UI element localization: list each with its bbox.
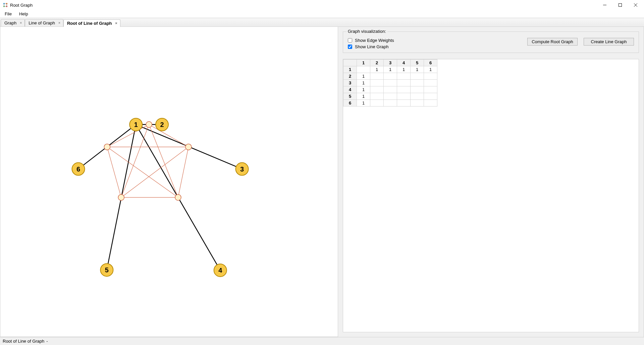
line-graph-node[interactable] bbox=[146, 122, 152, 128]
show-edge-weights-checkbox[interactable]: Show Edge Weights bbox=[348, 38, 394, 43]
line-graph-node[interactable] bbox=[185, 144, 192, 150]
graph-node[interactable]: 3 bbox=[236, 163, 249, 176]
line-graph-node[interactable] bbox=[175, 194, 181, 200]
matrix-cell[interactable] bbox=[424, 86, 437, 93]
svg-text:1: 1 bbox=[134, 121, 138, 128]
matrix-cell[interactable] bbox=[424, 100, 437, 107]
matrix-cell[interactable] bbox=[424, 73, 437, 80]
close-icon[interactable]: × bbox=[114, 21, 119, 26]
adjacency-matrix[interactable]: 1234561111112131415161 bbox=[343, 59, 639, 332]
matrix-cell[interactable] bbox=[397, 73, 411, 80]
line-graph-edge bbox=[149, 125, 178, 198]
close-button[interactable] bbox=[628, 0, 643, 10]
matrix-cell[interactable] bbox=[397, 80, 411, 86]
matrix-cell[interactable] bbox=[384, 100, 397, 107]
graph-node[interactable]: 4 bbox=[214, 264, 227, 277]
graph-node[interactable]: 5 bbox=[100, 264, 113, 276]
line-graph-edge bbox=[107, 147, 121, 198]
tab-label: Root of Line of Graph bbox=[67, 21, 112, 26]
matrix-cell[interactable] bbox=[411, 73, 424, 80]
matrix-col-header[interactable]: 3 bbox=[384, 60, 397, 66]
tab-root-of-line-of-graph[interactable]: Root of Line of Graph × bbox=[63, 19, 120, 27]
svg-text:6: 6 bbox=[76, 165, 80, 173]
status-text: Root of Line of Graph bbox=[3, 339, 44, 344]
matrix-cell[interactable] bbox=[397, 93, 411, 100]
matrix-cell[interactable] bbox=[424, 93, 437, 100]
matrix-row-header[interactable]: 6 bbox=[343, 100, 357, 107]
matrix-cell[interactable] bbox=[384, 93, 397, 100]
menu-file[interactable]: File bbox=[2, 11, 14, 17]
close-icon[interactable]: × bbox=[57, 21, 62, 25]
line-graph-edge bbox=[121, 147, 189, 198]
graph-node[interactable]: 2 bbox=[156, 118, 168, 131]
checkbox-input[interactable] bbox=[348, 38, 352, 43]
matrix-cell[interactable] bbox=[370, 93, 384, 100]
tab-label: Line of Graph bbox=[29, 20, 55, 25]
matrix-cell[interactable]: 1 bbox=[384, 66, 397, 73]
matrix-col-header[interactable]: 5 bbox=[411, 60, 424, 66]
matrix-row-header[interactable]: 1 bbox=[343, 66, 357, 73]
line-graph-edge bbox=[107, 147, 178, 198]
maximize-button[interactable] bbox=[612, 0, 628, 10]
matrix-cell[interactable]: 1 bbox=[357, 86, 370, 93]
tabbar: Graph × Line of Graph × Root of Line of … bbox=[0, 18, 644, 27]
matrix-cell[interactable] bbox=[370, 100, 384, 107]
matrix-cell[interactable] bbox=[424, 80, 437, 86]
matrix-cell[interactable] bbox=[397, 86, 411, 93]
matrix-cell[interactable]: 1 bbox=[397, 66, 411, 73]
matrix-cell[interactable]: 1 bbox=[357, 73, 370, 80]
matrix-corner bbox=[343, 60, 357, 66]
matrix-row-header[interactable]: 3 bbox=[343, 80, 357, 86]
panel-legend: Graph visualization: bbox=[346, 29, 387, 34]
matrix-col-header[interactable]: 1 bbox=[357, 60, 370, 66]
matrix-cell[interactable] bbox=[411, 80, 424, 86]
matrix-cell[interactable] bbox=[370, 80, 384, 86]
matrix-row-header[interactable]: 4 bbox=[343, 86, 357, 93]
matrix-cell[interactable] bbox=[411, 100, 424, 107]
matrix-cell[interactable]: 1 bbox=[357, 93, 370, 100]
matrix-cell[interactable] bbox=[370, 73, 384, 80]
create-line-graph-button[interactable]: Create Line Graph bbox=[584, 38, 634, 46]
matrix-cell[interactable]: 1 bbox=[357, 100, 370, 107]
matrix-cell[interactable]: 1 bbox=[370, 66, 384, 73]
compute-root-graph-button[interactable]: Compute Root Graph bbox=[527, 38, 578, 46]
line-graph-node[interactable] bbox=[118, 194, 124, 200]
matrix-cell[interactable]: 1 bbox=[424, 66, 437, 73]
checkbox-input[interactable] bbox=[348, 45, 352, 49]
matrix-col-header[interactable]: 4 bbox=[397, 60, 411, 66]
app-icon bbox=[3, 2, 8, 8]
minimize-button[interactable] bbox=[597, 0, 612, 10]
line-graph-edge bbox=[178, 147, 189, 198]
checkbox-label: Show Edge Weights bbox=[355, 38, 394, 43]
graph-node[interactable]: 1 bbox=[129, 118, 142, 131]
matrix-cell[interactable] bbox=[384, 86, 397, 93]
window-controls bbox=[597, 0, 643, 10]
tab-line-of-graph[interactable]: Line of Graph × bbox=[25, 19, 63, 26]
matrix-col-header[interactable]: 2 bbox=[370, 60, 384, 66]
graph-canvas[interactable]: 123456 bbox=[0, 27, 338, 337]
matrix-cell[interactable] bbox=[370, 86, 384, 93]
svg-text:5: 5 bbox=[105, 266, 109, 274]
tab-graph[interactable]: Graph × bbox=[1, 19, 25, 26]
matrix-cell[interactable] bbox=[384, 80, 397, 86]
line-graph-node[interactable] bbox=[104, 144, 110, 150]
matrix-col-header[interactable]: 6 bbox=[424, 60, 437, 66]
close-icon[interactable]: × bbox=[18, 21, 23, 25]
side-panel: Graph visualization: Show Edge Weights S… bbox=[338, 27, 644, 337]
matrix-row-header[interactable]: 5 bbox=[343, 93, 357, 100]
matrix-cell[interactable] bbox=[411, 93, 424, 100]
menu-help[interactable]: Help bbox=[16, 11, 31, 17]
checkbox-label: Show Line Graph bbox=[355, 44, 388, 49]
matrix-cell[interactable] bbox=[411, 86, 424, 93]
matrix-cell[interactable]: 1 bbox=[411, 66, 424, 73]
show-line-graph-checkbox[interactable]: Show Line Graph bbox=[348, 44, 394, 49]
matrix-cell[interactable] bbox=[397, 100, 411, 107]
matrix-cell[interactable] bbox=[384, 73, 397, 80]
matrix-cell[interactable]: 1 bbox=[357, 80, 370, 86]
menubar: File Help bbox=[0, 10, 644, 18]
window-title: Root Graph bbox=[10, 3, 33, 8]
matrix-cell[interactable] bbox=[357, 66, 370, 73]
matrix-row-header[interactable]: 2 bbox=[343, 73, 357, 80]
visualization-panel: Graph visualization: Show Edge Weights S… bbox=[343, 31, 639, 53]
graph-node[interactable]: 6 bbox=[72, 163, 85, 176]
